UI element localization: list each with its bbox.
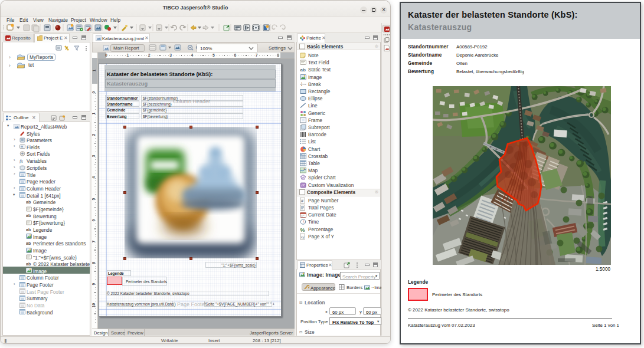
svg-text:ab: ab: [26, 228, 31, 232]
svg-text:ab: ab: [26, 262, 31, 266]
svg-text:xy: xy: [301, 235, 305, 238]
svg-text:ab: ab: [26, 241, 31, 245]
svg-text:ab: ab: [26, 200, 31, 204]
svg-text:fx: fx: [19, 158, 23, 163]
svg-text:ab: ab: [300, 67, 306, 73]
svg-text:%: %: [300, 226, 305, 232]
svg-text:ab: ab: [26, 214, 31, 218]
svg-text:#: #: [301, 198, 303, 202]
